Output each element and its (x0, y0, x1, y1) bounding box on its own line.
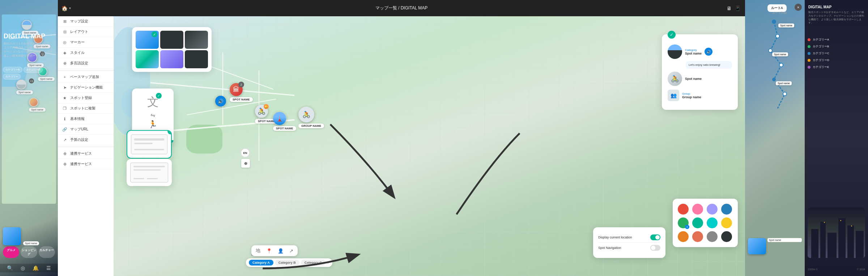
sidebar-item-spot-copy[interactable]: ❐ スポットに複製 (58, 103, 114, 114)
sidebar-item-navigation[interactable]: ➤ ナビゲーション機能 (58, 82, 114, 93)
pin-label-spot3: SPOT NAME (273, 126, 296, 131)
category-pill-2[interactable]: カテゴリー (3, 74, 21, 79)
color-swatch-dark[interactable] (721, 231, 732, 242)
bottom-image-area: Spot name (3, 227, 39, 245)
rrp-cat-4: カテゴリーE (808, 64, 865, 70)
pin-avatar-1: 🏛 (233, 86, 239, 94)
info-sound-btn[interactable]: 🔊 (705, 48, 712, 56)
rrp-title: DIGITAL MAP (808, 4, 864, 10)
spot-copy-icon: ❐ (62, 106, 67, 111)
bottom-tabs: グルメ ショッピング カルチャー (0, 246, 58, 258)
color-swatch-lavender[interactable] (707, 204, 718, 215)
top-bar: 🏠 ▾ マップ一覧 / DIGITAL MAP 🖥 📱 (58, 0, 745, 16)
basemap-icon: + (62, 75, 67, 79)
color-swatch-teal[interactable] (692, 217, 703, 228)
cat-label-4: カテゴリーE (813, 65, 829, 69)
image-grid (136, 31, 208, 68)
settings-location-label: Display current location (598, 236, 632, 239)
sidebar-item-layout[interactable]: ⊟ レイアウト (58, 27, 114, 37)
toggle-location[interactable] (650, 234, 660, 240)
search-icon[interactable]: 🔍 (7, 265, 13, 271)
sidebar-item-style[interactable]: ◈ スタイル (58, 48, 114, 58)
color-swatch-yellow[interactable] (721, 217, 732, 228)
map-pin-spot3[interactable]: 🗼 SPOT NAME (273, 112, 296, 131)
image-thumb-2[interactable] (185, 31, 208, 49)
content-area: ⊞ マップ設定 ⊟ レイアウト ◎ マーカー ◈ スタイル ⊕ 多言語設定 + (58, 16, 745, 276)
color-swatch-cyan[interactable] (707, 217, 718, 228)
color-swatch-red[interactable] (678, 204, 689, 215)
image-thumb-5[interactable] (185, 50, 208, 68)
map-pin-group[interactable]: 🚴 GROUP NAME (298, 107, 324, 128)
bell-icon[interactable]: 🔔 (33, 265, 39, 271)
navigation-icon: ➤ (62, 85, 67, 90)
image-thumb-4[interactable] (160, 50, 183, 68)
sound-icon: 🔊 (218, 99, 224, 104)
desktop-icon[interactable]: 🖥 (727, 5, 732, 11)
sidebar-item-link-service2[interactable]: ⊕ 連携サービス (58, 159, 114, 169)
category-tab-b[interactable]: Category B (275, 260, 299, 266)
tab-gourmet[interactable]: グルメ (3, 246, 19, 258)
category-pill-0[interactable]: カテゴリーA (3, 67, 22, 73)
toolbar-arrow-btn[interactable]: ↗ (289, 248, 293, 254)
info-panel-check: ✓ (668, 31, 676, 39)
menu-icon[interactable]: ☰ (46, 265, 51, 271)
tablet-icon[interactable]: 📱 (735, 5, 741, 11)
sidebar-item-navigation-label: ナビゲーション機能 (70, 85, 103, 90)
color-swatch-blue[interactable] (721, 204, 732, 215)
cat-dot-4 (808, 66, 810, 69)
nav-arrow: ▾ (69, 6, 71, 10)
sidebar-item-basemap[interactable]: + ベースマップ追加 (58, 72, 114, 82)
device-toggle: 🖥 📱 (727, 5, 741, 11)
tab-shopping[interactable]: ショッピング (21, 246, 37, 258)
category-tab-c[interactable]: Category C (301, 260, 326, 266)
sidebar-item-budget[interactable]: ↗ 予算の設定 (58, 135, 114, 145)
sidebar-item-link-service1[interactable]: ⊕ 連携サービス (58, 148, 114, 159)
spot-name-label: Spot name (685, 52, 702, 55)
toolbar-pin-btn[interactable]: 📍 (266, 248, 272, 254)
toggle-navigation[interactable] (650, 245, 660, 251)
sidebar-item-multilang[interactable]: ⊕ 多言語設定 (58, 58, 114, 69)
map-pin-spot1[interactable]: 🏛 2 SPOT NAME (230, 83, 253, 102)
map-layer-button[interactable]: ⊕ (241, 159, 250, 168)
sidebar-item-map-settings[interactable]: ⊞ マップ設定 (58, 16, 114, 27)
image-thumb-1[interactable] (160, 31, 183, 49)
color-swatch-gray[interactable] (707, 231, 718, 242)
map-canvas[interactable]: 文 ✓ ⇋ 🏃 ⛅ ✓ ✓ (114, 16, 745, 276)
settings-row-navigation: Spot Navigation (598, 243, 660, 253)
image-thumb-3[interactable] (136, 50, 159, 68)
toolbar-person-btn[interactable]: 👤 (278, 248, 284, 254)
sidebar-item-map-settings-label: マップ設定 (70, 19, 88, 24)
rrp-cat-2: カテゴリーC (808, 50, 865, 57)
spot-marker-left-5: +3 Spot name (16, 79, 33, 94)
city-light-1 (824, 222, 825, 223)
color-swatch-pink[interactable] (692, 204, 703, 215)
category-tab-a[interactable]: Category A (249, 260, 273, 266)
tab-more-icon[interactable]: › (327, 261, 329, 265)
layers-icon: ⊕ (244, 161, 247, 166)
sidebar-item-map-url[interactable]: 🔗 マップURL (58, 124, 114, 135)
image-thumb-0[interactable] (136, 31, 159, 49)
group-thumb-1: 👥 (668, 90, 679, 101)
app-description: 観光スポットやおすすめルートなど、エリアの魅力をデジタルマップ。ナビゲーションな… (4, 42, 54, 58)
close-button[interactable]: × (795, 4, 802, 11)
toolbar-map-btn[interactable]: 地 (256, 247, 260, 254)
category-pill-1[interactable]: カテゴリーB (24, 67, 43, 73)
tab-culture[interactable]: カルチャー (39, 246, 55, 258)
category-tab-bar: Category A Category B Category C › (246, 258, 332, 267)
cat-label-3: カテゴリーD (813, 58, 829, 62)
sidebar-item-basic-info[interactable]: ℹ 基本情報 (58, 114, 114, 124)
color-palette-panel: ● (673, 199, 738, 247)
color-swatch-green[interactable]: ● (678, 217, 689, 228)
city-img-dark (808, 207, 865, 258)
color-swatch-orange[interactable] (678, 231, 689, 242)
sound-button[interactable]: 🔊 (215, 96, 226, 107)
color-swatch-salmon[interactable] (692, 231, 703, 242)
settings-row-location: Display current location (598, 232, 660, 243)
map-icon[interactable]: ◎ (21, 265, 25, 271)
sidebar-item-spot-copy-label: スポットに複製 (70, 106, 95, 111)
sidebar-item-marker[interactable]: ◎ マーカー (58, 37, 114, 48)
language-badge[interactable]: EN (241, 148, 250, 158)
sidebar-item-spot-register[interactable]: ★ スポット登録 (58, 93, 114, 103)
rrp-cat-1: カテゴリーB (808, 43, 865, 50)
home-button[interactable]: 🏠 ▾ (61, 5, 71, 11)
